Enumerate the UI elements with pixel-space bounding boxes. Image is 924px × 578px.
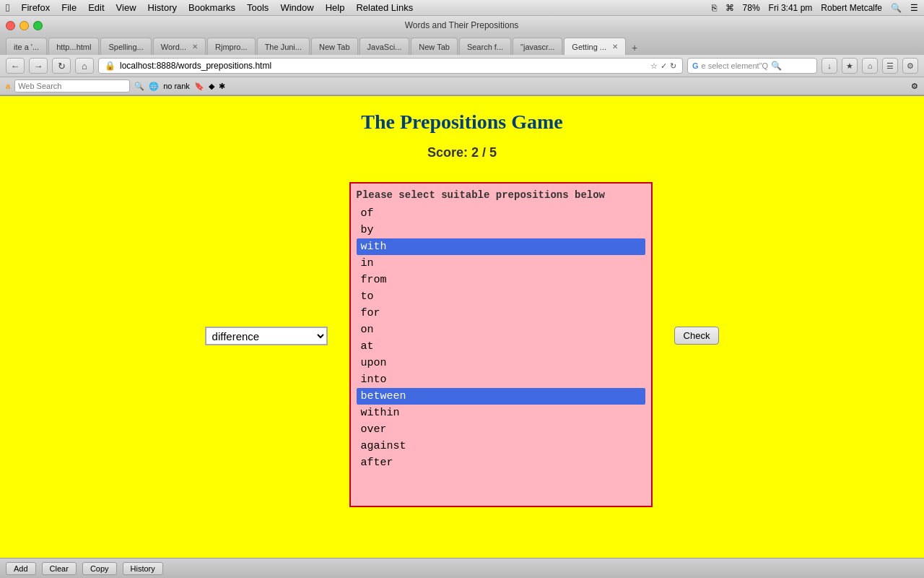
list-item[interactable]: within [357,405,645,421]
main-content: The Prepositions Game Score: 2 / 5 diffe… [0,96,924,522]
username: Robert Metcalfe [821,3,882,13]
globe-icon: 🌐 [149,82,159,91]
tab-search[interactable]: Search f... [459,38,511,55]
listbox-panel: Please select suitable prepositions belo… [349,182,653,507]
bookmark-icon[interactable]: ☆ [650,61,658,71]
left-panel: differenceabilityadvantageinterestbelief [205,327,328,345]
tab-java[interactable]: JavaSci... [359,38,410,55]
refresh-icon[interactable]: ↻ [670,61,676,71]
browser-chrome: Words and Their Prepositions ite a '... … [0,16,924,96]
address-text: localhost:8888/words_prepositions.html [120,61,646,71]
toolbar2-right: ⚙ [911,82,918,91]
list-item[interactable]: against [357,438,645,454]
menu-history[interactable]: History [148,2,177,13]
list-item[interactable]: for [357,305,645,322]
tab-2[interactable]: Spelling... [100,38,151,55]
menubar-right: ⎘ ⌘ 78% Fri 3:41 pm Robert Metcalfe 🔍 ☰ [712,3,918,13]
page-title: The Prepositions Game [361,111,562,134]
tab-0[interactable]: ite a '... [6,38,47,55]
menu-file[interactable]: File [61,2,77,13]
security-icon: ✓ [661,61,667,71]
new-tab-button[interactable]: + [627,40,642,55]
list-item[interactable]: into [357,371,645,388]
browser-search-bar[interactable]: G e select element"Q 🔍 [687,58,817,74]
mac-menubar:  Firefox File Edit View History Bookmar… [0,0,924,16]
tab-4[interactable]: Rjmpro... [207,38,256,55]
list-item[interactable]: to [357,288,645,305]
reload-button[interactable]: ↻ [52,58,71,74]
right-panel: Check [674,327,720,345]
word-dropdown[interactable]: differenceabilityadvantageinterestbelief [205,327,328,345]
tab-1[interactable]: http...html [48,38,99,55]
menu-icon[interactable]: ☰ [882,58,898,74]
bookmark-toolbar-icon[interactable]: 🔖 [194,82,204,91]
menu-view[interactable]: View [116,2,136,13]
tabs-bar: ite a '... http...html Spelling... Word.… [0,33,924,55]
list-item[interactable]: after [357,454,645,471]
list-item[interactable]: on [357,322,645,338]
tab-juni[interactable]: The Juni... [257,38,310,55]
copy-button[interactable]: Copy [82,562,117,575]
home-icon-2[interactable]: ⌂ [862,58,878,74]
clear-button[interactable]: Clear [42,562,77,575]
address-bar[interactable]: 🔒 localhost:8888/words_prepositions.html… [98,58,683,74]
menu-bookmarks[interactable]: Bookmarks [188,2,235,13]
minimize-button[interactable] [19,21,29,30]
shield-icon: ✱ [219,82,225,91]
menu-help[interactable]: Help [326,2,345,13]
list-icon[interactable]: ☰ [910,3,918,13]
apple-icon:  [6,1,9,14]
list-item[interactable]: upon [357,355,645,371]
downloads-button[interactable]: ↓ [821,58,837,74]
check-button[interactable]: Check [674,327,720,345]
list-item[interactable]: from [357,272,645,288]
rank-icon: ◆ [209,82,214,91]
settings-icon[interactable]: ⚙ [902,58,918,74]
list-item[interactable]: over [357,421,645,438]
menu-tools[interactable]: Tools [247,2,269,13]
close-button[interactable] [6,21,15,30]
menu-related-links[interactable]: Related Links [356,2,413,13]
prepositions-list[interactable]: ofbywithinfromtoforonatuponintobetweenwi… [357,205,645,471]
search-text: e select element"Q [702,61,769,70]
logo-item: a [6,82,10,90]
settings-gear-icon[interactable]: ⚙ [911,82,918,90]
list-item[interactable]: between [357,388,645,405]
toolbar2: a 🔍 🌐 no rank 🔖 ◆ ✱ ⚙ [0,77,924,95]
menu-edit[interactable]: Edit [88,2,104,13]
address-icon: 🔒 [105,61,116,71]
list-item[interactable]: in [357,255,645,272]
menu-firefox[interactable]: Firefox [21,2,50,13]
tab-getting[interactable]: Getting ... ✕ [564,38,626,55]
list-item[interactable]: of [357,205,645,222]
tab-word[interactable]: Word... ✕ [153,38,206,55]
list-item[interactable]: by [357,222,645,238]
home-button[interactable]: ⌂ [75,58,94,74]
rank-label: no rank [163,82,190,90]
list-item[interactable]: at [357,338,645,355]
tab-close-icon[interactable]: ✕ [192,43,198,51]
web-search-submit[interactable]: 🔍 [134,82,144,91]
list-item[interactable]: with [357,238,645,255]
history-button[interactable]: History [123,562,163,575]
tab-javascr[interactable]: "javascr... [513,38,562,55]
google-icon: G [692,61,699,70]
tab-newtab1[interactable]: New Tab [311,38,358,55]
bookmarks-button[interactable]: ★ [842,58,858,74]
amazon-icon: a [6,82,10,90]
bottom-bar: Add Clear Copy History [0,558,924,578]
bluetooth-icon: ⎘ [712,3,717,13]
tab-newtab2[interactable]: New Tab [411,38,458,55]
add-button[interactable]: Add [6,562,36,575]
back-button[interactable]: ← [6,58,25,74]
window-title: Words and Their Prepositions [54,20,869,30]
menu-window[interactable]: Window [280,2,313,13]
search-submit-icon[interactable]: 🔍 [771,61,782,71]
forward-button[interactable]: → [29,58,48,74]
maximize-button[interactable] [33,21,43,30]
game-container: differenceabilityadvantageinterestbelief… [205,182,720,507]
score-display: Score: 2 / 5 [427,145,497,160]
search-icon[interactable]: 🔍 [891,3,902,13]
web-search-input[interactable] [14,79,130,92]
active-tab-close-icon[interactable]: ✕ [612,43,618,51]
